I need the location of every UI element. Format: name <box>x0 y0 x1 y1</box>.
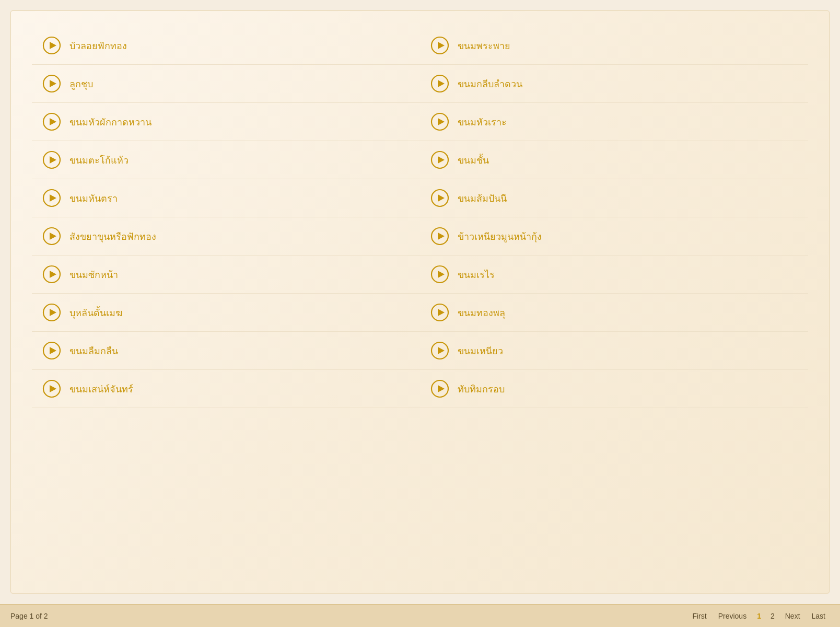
svg-marker-35 <box>438 347 445 354</box>
item-label: ขนมซักหน้า <box>69 267 118 282</box>
list-item[interactable]: ขนมกลีบลำดวน <box>420 65 808 103</box>
list-item[interactable]: ขนมตะโก้แห้ว <box>32 141 420 179</box>
svg-marker-29 <box>50 309 56 316</box>
play-icon <box>42 303 61 322</box>
first-button[interactable]: First <box>688 610 710 622</box>
list-item[interactable]: ขนมหันตรา <box>32 179 420 217</box>
list-item[interactable]: ขนมหัวผักกาดหวาน <box>32 103 420 141</box>
play-icon <box>42 265 61 284</box>
list-item[interactable]: ขนมเรไร <box>420 256 808 294</box>
page-number-1[interactable]: 1 <box>754 610 764 622</box>
play-icon <box>42 150 61 169</box>
play-icon <box>42 112 61 131</box>
play-icon <box>430 112 449 131</box>
play-icon <box>430 265 449 284</box>
list-item[interactable]: บุหลันดั้นเมฆ <box>32 294 420 332</box>
svg-marker-17 <box>50 194 56 202</box>
list-item[interactable]: ขนมลืมกลืน <box>32 332 420 370</box>
item-label: สังขยาขุนหรือฟักทอง <box>69 229 156 244</box>
item-label: ขนมชั้น <box>458 153 489 168</box>
svg-marker-23 <box>438 233 445 240</box>
item-label: ข้าวเหนียวมูนหน้ากุ้ง <box>458 229 542 244</box>
items-grid: บัวลอยฟักทอง ขนมพระพาย ลูกชุบ ขนมกลีบลำด… <box>32 27 808 408</box>
next-button[interactable]: Next <box>781 610 804 622</box>
svg-marker-5 <box>50 80 56 87</box>
list-item[interactable]: ขนมชั้น <box>420 141 808 179</box>
play-icon <box>42 36 61 55</box>
play-icon <box>430 379 449 398</box>
item-label: ขนมเหนียว <box>458 343 503 358</box>
play-icon <box>42 379 61 398</box>
list-item[interactable]: ขนมส้มปันนี <box>420 179 808 217</box>
svg-marker-7 <box>438 80 445 87</box>
svg-marker-13 <box>50 156 56 164</box>
svg-marker-27 <box>438 271 445 278</box>
previous-button[interactable]: Previous <box>714 610 751 622</box>
item-label: ขนมหัวผักกาดหวาน <box>69 114 151 130</box>
list-item[interactable]: ลูกชุบ <box>32 65 420 103</box>
list-item[interactable]: บัวลอยฟักทอง <box>32 27 420 65</box>
svg-marker-25 <box>50 271 56 278</box>
play-icon <box>42 227 61 246</box>
list-item[interactable]: ทับทิมกรอบ <box>420 370 808 408</box>
svg-marker-3 <box>438 42 445 49</box>
play-icon <box>430 189 449 207</box>
svg-marker-21 <box>50 233 56 240</box>
list-item[interactable]: ข้าวเหนียวมูนหน้ากุ้ง <box>420 217 808 256</box>
svg-marker-15 <box>438 156 445 164</box>
page-number-2[interactable]: 2 <box>767 610 778 622</box>
list-item[interactable]: ขนมเหนียว <box>420 332 808 370</box>
item-label: บัวลอยฟักทอง <box>69 38 127 53</box>
play-icon <box>430 150 449 169</box>
list-item[interactable]: ขนมเสน่ห์จันทร์ <box>32 370 420 408</box>
svg-marker-9 <box>50 118 56 125</box>
item-label: ทับทิมกรอบ <box>458 381 505 397</box>
item-label: ขนมเสน่ห์จันทร์ <box>69 381 133 397</box>
main-container: บัวลอยฟักทอง ขนมพระพาย ลูกชุบ ขนมกลีบลำด… <box>10 10 830 594</box>
item-label: ขนมทองพลุ <box>458 305 505 320</box>
item-label: ขนมหัวเราะ <box>458 114 507 130</box>
last-button[interactable]: Last <box>808 610 830 622</box>
svg-marker-1 <box>50 42 56 49</box>
item-label: ลูกชุบ <box>69 76 93 91</box>
play-icon <box>430 36 449 55</box>
list-item[interactable]: ขนมทองพลุ <box>420 294 808 332</box>
pagination-bar: Page 1 of 2 First Previous 1 2 Next Last <box>0 604 840 627</box>
svg-marker-31 <box>438 309 445 316</box>
svg-marker-37 <box>50 385 56 392</box>
svg-marker-39 <box>438 385 445 392</box>
item-label: ขนมหันตรา <box>69 191 118 206</box>
item-label: ขนมส้มปันนี <box>458 191 507 206</box>
item-label: ขนมตะโก้แห้ว <box>69 153 129 168</box>
svg-marker-11 <box>438 118 445 125</box>
item-label: บุหลันดั้นเมฆ <box>69 305 122 320</box>
svg-marker-33 <box>50 347 56 354</box>
page-info: Page 1 of 2 <box>10 612 685 620</box>
list-item[interactable]: ขนมหัวเราะ <box>420 103 808 141</box>
list-item[interactable]: ขนมพระพาย <box>420 27 808 65</box>
play-icon <box>42 189 61 207</box>
play-icon <box>430 341 449 360</box>
play-icon <box>430 227 449 246</box>
play-icon <box>42 74 61 93</box>
item-label: ขนมกลีบลำดวน <box>458 76 522 91</box>
svg-marker-19 <box>438 194 445 202</box>
play-icon <box>430 303 449 322</box>
item-label: ขนมลืมกลืน <box>69 343 118 358</box>
list-item[interactable]: ขนมซักหน้า <box>32 256 420 294</box>
list-item[interactable]: สังขยาขุนหรือฟักทอง <box>32 217 420 256</box>
play-icon <box>430 74 449 93</box>
play-icon <box>42 341 61 360</box>
item-label: ขนมเรไร <box>458 267 495 282</box>
item-label: ขนมพระพาย <box>458 38 510 53</box>
